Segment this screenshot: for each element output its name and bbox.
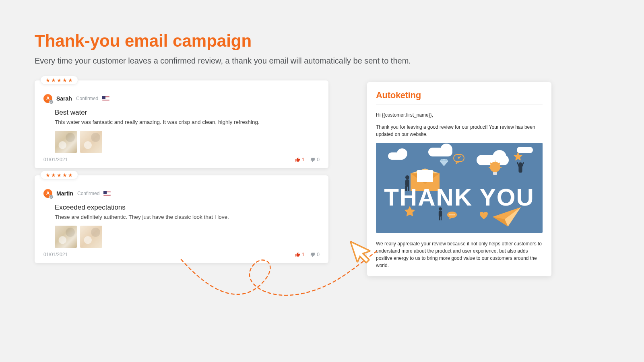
person-icon <box>516 161 525 177</box>
star-icon: ★ <box>68 173 73 178</box>
review-image[interactable] <box>55 226 77 248</box>
thumb-down-icon <box>310 157 316 162</box>
review-author: Sarah <box>56 95 72 102</box>
upvote-button[interactable]: 1 <box>295 252 305 257</box>
speech-bubble-icon <box>453 154 464 164</box>
review-image[interactable] <box>80 226 102 248</box>
star-icon: ★ <box>45 173 50 178</box>
lightbulb-icon <box>489 160 502 177</box>
svg-point-7 <box>452 214 453 216</box>
svg-rect-17 <box>439 216 440 220</box>
review-header: A Sarah Confirmed <box>43 94 320 103</box>
review-body-text: This water was fantastic and really amaz… <box>55 119 320 125</box>
review-card: ★ ★ ★ ★ ★ A Martin Confirmed Exceeded ex… <box>35 175 328 263</box>
svg-point-8 <box>454 214 455 216</box>
star-icon: ★ <box>62 78 67 83</box>
avatar: A <box>43 94 52 103</box>
star-icon: ★ <box>62 173 67 178</box>
email-preview: Autoketing Hi {{customer.first_name}}, T… <box>367 82 551 276</box>
rating-stars: ★ ★ ★ ★ ★ <box>40 76 78 84</box>
star-icon: ★ <box>45 78 50 83</box>
email-hero-image: THANK YOU <box>376 143 543 233</box>
review-card: ★ ★ ★ ★ ★ A Sarah Confirmed Best water T… <box>35 80 328 168</box>
downvote-button[interactable]: 0 <box>310 157 320 162</box>
svg-rect-18 <box>441 216 442 220</box>
cursor-icon <box>346 237 374 265</box>
speech-bubble-icon <box>447 211 457 220</box>
avatar: A <box>43 189 52 198</box>
svg-rect-4 <box>417 170 433 182</box>
upvote-count: 1 <box>302 157 305 162</box>
review-title: Best water <box>55 109 320 117</box>
hero-text: THANK YOU <box>384 185 535 210</box>
review-status: Confirmed <box>77 191 99 196</box>
page-subtitle: Every time your customer leaves a confir… <box>35 56 411 66</box>
star-icon <box>513 152 523 162</box>
verified-badge-icon <box>49 195 54 199</box>
review-date: 01/01/2021 <box>43 252 68 257</box>
review-date: 01/01/2021 <box>43 157 68 162</box>
svg-rect-16 <box>439 211 442 217</box>
upvote-count: 1 <box>302 252 305 257</box>
diamond-icon <box>440 159 448 166</box>
divider <box>376 105 543 105</box>
reviews-column: ★ ★ ★ ★ ★ A Sarah Confirmed Best water T… <box>35 80 328 270</box>
svg-point-9 <box>405 175 409 179</box>
svg-rect-2 <box>493 172 497 175</box>
flag-icon <box>102 96 109 101</box>
review-author: Martin <box>56 190 73 197</box>
heart-icon <box>480 212 488 219</box>
thumb-up-icon <box>295 157 301 162</box>
review-body-text: These are definitely authentic. They jus… <box>55 214 320 220</box>
email-footer-text: We really appreciate your review because… <box>376 240 543 269</box>
email-intro: Thank you for leaving a good review for … <box>376 123 543 138</box>
downvote-count: 0 <box>317 252 320 257</box>
thumb-down-icon <box>310 252 316 257</box>
review-images <box>55 131 320 153</box>
downvote-count: 0 <box>317 157 320 162</box>
review-header: A Martin Confirmed <box>43 189 320 198</box>
review-images <box>55 226 320 248</box>
svg-rect-14 <box>518 166 522 173</box>
review-image[interactable] <box>80 131 102 153</box>
thumb-up-icon <box>295 252 301 257</box>
flag-icon <box>103 191 111 196</box>
rating-stars: ★ ★ ★ ★ ★ <box>40 171 78 179</box>
email-greeting: Hi {{customer.first_name}}, <box>376 111 543 119</box>
review-title: Exceeded expectations <box>55 204 320 212</box>
star-icon: ★ <box>68 78 73 83</box>
review-status: Confirmed <box>76 96 98 101</box>
svg-point-1 <box>490 162 500 172</box>
svg-point-6 <box>450 214 451 216</box>
star-icon: ★ <box>57 173 62 178</box>
star-icon: ★ <box>51 78 56 83</box>
upvote-button[interactable]: 1 <box>295 157 305 162</box>
review-image[interactable] <box>55 131 77 153</box>
verified-badge-icon <box>49 100 54 104</box>
downvote-button[interactable]: 0 <box>310 252 320 257</box>
star-icon: ★ <box>51 173 56 178</box>
email-brand: Autoketing <box>376 90 543 101</box>
star-icon: ★ <box>57 78 62 83</box>
page-title: Thank-you email campaign <box>35 31 252 51</box>
